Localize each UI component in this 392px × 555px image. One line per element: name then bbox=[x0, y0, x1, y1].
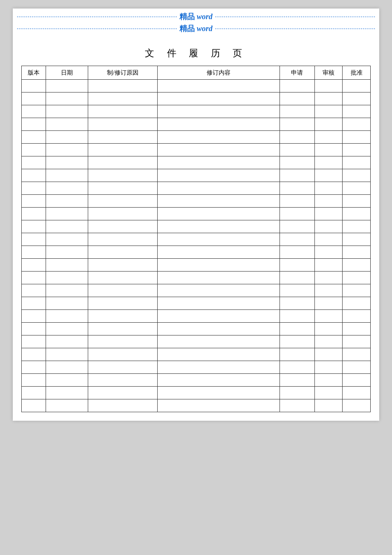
table-cell bbox=[280, 374, 315, 387]
table-cell bbox=[88, 348, 158, 361]
table-cell bbox=[88, 233, 158, 246]
table-cell bbox=[88, 208, 158, 220]
table-cell bbox=[314, 387, 343, 399]
table-cell bbox=[88, 92, 158, 105]
table-cell bbox=[314, 272, 343, 284]
table-cell bbox=[343, 92, 371, 105]
table-cell bbox=[280, 233, 315, 246]
table-cell bbox=[46, 374, 88, 387]
table-cell bbox=[158, 399, 280, 412]
table-cell bbox=[158, 131, 280, 144]
table-cell bbox=[46, 182, 88, 195]
table-row bbox=[22, 399, 371, 412]
table-cell bbox=[88, 335, 158, 348]
table-cell bbox=[343, 182, 371, 195]
table-cell bbox=[22, 323, 46, 335]
table-cell bbox=[343, 131, 371, 144]
table-cell bbox=[88, 310, 158, 323]
table-cell bbox=[343, 233, 371, 246]
table-cell bbox=[46, 348, 88, 361]
table-row bbox=[22, 310, 371, 323]
col-header-approve: 批准 bbox=[343, 66, 371, 80]
table-cell bbox=[88, 182, 158, 195]
table-cell bbox=[22, 310, 46, 323]
watermark-line-2: 精品 word bbox=[17, 23, 375, 34]
table-cell bbox=[280, 284, 315, 297]
table-row bbox=[22, 80, 371, 92]
table-cell bbox=[314, 208, 343, 220]
table-cell bbox=[22, 284, 46, 297]
table-header-row: 版本 日期 制/修订原因 修订内容 申请 审核 批准 bbox=[22, 66, 371, 80]
table-cell bbox=[46, 118, 88, 131]
table-cell bbox=[158, 92, 280, 105]
table-cell bbox=[88, 144, 158, 156]
table-cell bbox=[343, 220, 371, 233]
table-cell bbox=[158, 387, 280, 399]
table-cell bbox=[343, 361, 371, 374]
table-cell bbox=[280, 105, 315, 118]
table-cell bbox=[22, 348, 46, 361]
table-row bbox=[22, 131, 371, 144]
table-cell bbox=[314, 220, 343, 233]
table-cell bbox=[22, 335, 46, 348]
table-cell bbox=[22, 195, 46, 208]
table-row bbox=[22, 233, 371, 246]
table-row bbox=[22, 272, 371, 284]
table-cell bbox=[343, 310, 371, 323]
table-cell bbox=[314, 233, 343, 246]
table-cell bbox=[88, 118, 158, 131]
table-cell bbox=[46, 335, 88, 348]
table-row bbox=[22, 323, 371, 335]
table-cell bbox=[158, 208, 280, 220]
table-cell bbox=[46, 233, 88, 246]
table-cell bbox=[22, 387, 46, 399]
table-cell bbox=[46, 284, 88, 297]
dashed-left-2 bbox=[17, 29, 177, 29]
table-cell bbox=[88, 80, 158, 92]
table-cell bbox=[158, 169, 280, 182]
table-cell bbox=[46, 387, 88, 399]
table-cell bbox=[314, 361, 343, 374]
table-cell bbox=[22, 233, 46, 246]
table-cell bbox=[158, 195, 280, 208]
table-cell bbox=[88, 284, 158, 297]
table-cell bbox=[314, 92, 343, 105]
table-cell bbox=[314, 182, 343, 195]
table-cell bbox=[22, 272, 46, 284]
table-cell bbox=[280, 335, 315, 348]
table-cell bbox=[22, 169, 46, 182]
table-cell bbox=[343, 208, 371, 220]
table-cell bbox=[280, 297, 315, 310]
content-area: 文 件 履 历 页 版本 日期 制/修订原因 修订内容 申请 审核 批准 bbox=[13, 36, 379, 421]
table-cell bbox=[280, 259, 315, 272]
table-cell bbox=[88, 323, 158, 335]
table-cell bbox=[280, 310, 315, 323]
table-cell bbox=[22, 297, 46, 310]
table-cell bbox=[343, 156, 371, 169]
table-cell bbox=[158, 80, 280, 92]
table-cell bbox=[88, 399, 158, 412]
table-cell bbox=[280, 156, 315, 169]
table-cell bbox=[46, 144, 88, 156]
table-cell bbox=[314, 399, 343, 412]
table-cell bbox=[314, 169, 343, 182]
table-cell bbox=[314, 131, 343, 144]
table-cell bbox=[46, 92, 88, 105]
table-cell bbox=[280, 208, 315, 220]
table-cell bbox=[314, 105, 343, 118]
table-row bbox=[22, 182, 371, 195]
table-cell bbox=[88, 169, 158, 182]
table-cell bbox=[343, 323, 371, 335]
table-cell bbox=[314, 144, 343, 156]
table-cell bbox=[22, 208, 46, 220]
table-cell bbox=[280, 323, 315, 335]
table-cell bbox=[343, 195, 371, 208]
table-cell bbox=[46, 361, 88, 374]
table-cell bbox=[158, 335, 280, 348]
table-cell bbox=[343, 80, 371, 92]
table-cell bbox=[46, 169, 88, 182]
table-cell bbox=[343, 272, 371, 284]
table-cell bbox=[343, 169, 371, 182]
table-cell bbox=[22, 118, 46, 131]
table-cell bbox=[22, 144, 46, 156]
